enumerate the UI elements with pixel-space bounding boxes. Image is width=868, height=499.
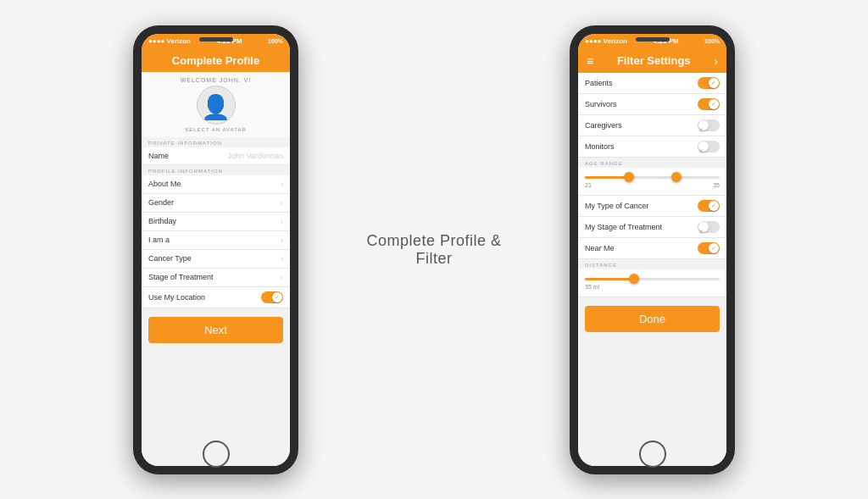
about-me-row[interactable]: About Me › — [142, 175, 290, 194]
battery-2: 100% — [704, 38, 720, 44]
stage-label: Stage of Treatment — [148, 273, 214, 281]
status-bar-1: ●●●● Verizon 4:21 PM 100% — [142, 34, 290, 49]
near-me-check-icon: ✓ — [711, 245, 716, 252]
battery-area-2: 100% — [704, 38, 720, 44]
monitors-label: Monitors — [585, 142, 615, 151]
name-label: Name — [148, 152, 169, 160]
age-slider-track[interactable] — [585, 176, 720, 179]
home-button[interactable] — [203, 441, 230, 468]
caregivers-label: Caregivers — [585, 121, 622, 130]
name-value: John Vardennan — [228, 152, 283, 160]
header-title-2: Filter Settings — [617, 54, 691, 67]
survivors-row: Survivors ✓ — [578, 94, 726, 115]
cancer-type-chevron: › — [281, 254, 283, 263]
stage-toggle[interactable]: ✕ — [698, 221, 720, 233]
caregivers-knob: ✕ — [698, 120, 709, 130]
cancer-type-filter-label: My Type of Cancer — [585, 202, 648, 210]
private-info-label: PRIVATE INFORMATION — [142, 137, 290, 147]
about-me-chevron: › — [281, 180, 283, 189]
screen-1: ●●●● Verizon 4:21 PM 100% Complete Profi… — [142, 34, 290, 466]
distance-slider-thumb[interactable] — [629, 274, 639, 284]
select-avatar-label[interactable]: SELECT AN AVATAR — [185, 127, 246, 132]
carrier-2: ●●●● Verizon — [585, 37, 627, 45]
i-am-a-row[interactable]: I am a › — [142, 231, 290, 250]
toggle-knob-location: ✓ — [272, 292, 282, 302]
distance-slider-section: 35 mi — [578, 269, 726, 297]
caregivers-toggle[interactable]: ✕ — [698, 119, 720, 131]
carrier-1: ●●●● Verizon — [148, 37, 191, 45]
scene: ●●●● Verizon 4:21 PM 100% Complete Profi… — [0, 0, 868, 499]
survivors-check-icon: ✓ — [711, 101, 716, 108]
content-1: WELCOME JOHN. V! 👤 SELECT AN AVATAR PRIV… — [142, 72, 290, 466]
toggle-check-icon: ✓ — [275, 294, 280, 301]
phone-filter-settings: ●●●● Verizon 4:21 PM 100% ≡ Filter Setti… — [570, 25, 735, 474]
avatar[interactable]: 👤 — [197, 86, 236, 125]
survivors-knob: ✓ — [709, 99, 719, 109]
distance-slider-labels: 35 mi — [585, 284, 720, 290]
age-slider-labels: 21 35 — [585, 182, 720, 188]
location-label: Use My Location — [148, 293, 205, 302]
age-range-label: AGE RANGE — [578, 158, 726, 168]
distance-value-label: 35 mi — [585, 284, 599, 290]
next-icon[interactable]: › — [714, 54, 718, 68]
patients-knob: ✓ — [709, 78, 719, 88]
birthday-row[interactable]: Birthday › — [142, 213, 290, 231]
cancer-type-check-icon: ✓ — [711, 202, 716, 209]
speaker — [201, 38, 231, 42]
cancer-type-toggle[interactable]: ✓ — [698, 200, 720, 212]
avatar-person-icon: 👤 — [201, 96, 231, 119]
distance-label: DISTANCE — [578, 259, 726, 269]
survivors-toggle[interactable]: ✓ — [698, 98, 720, 110]
birthday-label: Birthday — [148, 217, 176, 225]
stage-chevron: › — [281, 273, 283, 282]
home-button-2[interactable] — [639, 441, 666, 468]
gender-chevron: › — [281, 198, 283, 208]
monitors-knob: ✕ — [698, 141, 709, 152]
cancer-type-filter-row: My Type of Cancer ✓ — [578, 196, 726, 217]
header-1: Complete Profile — [142, 49, 290, 72]
done-button[interactable]: Done — [585, 306, 720, 332]
profile-info-label: PROFILE INFORMATION — [142, 165, 290, 175]
survivors-label: Survivors — [585, 100, 617, 108]
age-min-label: 21 — [585, 182, 592, 188]
patients-label: Patients — [585, 79, 613, 87]
cancer-type-row[interactable]: Cancer Type › — [142, 250, 290, 269]
caregivers-row: Caregivers ✕ — [578, 115, 726, 136]
screen-2: ●●●● Verizon 4:21 PM 100% ≡ Filter Setti… — [578, 34, 726, 466]
battery-1: 100% — [268, 38, 283, 44]
gender-row[interactable]: Gender › — [142, 194, 290, 213]
monitors-toggle[interactable]: ✕ — [698, 141, 720, 152]
i-am-a-chevron: › — [281, 236, 283, 245]
age-slider-section: 21 35 — [578, 168, 726, 196]
menu-icon[interactable]: ≡ — [587, 54, 593, 68]
monitors-x-icon: ✕ — [698, 148, 704, 154]
battery-area-1: 100% — [268, 38, 283, 44]
near-me-knob: ✓ — [709, 243, 719, 253]
near-me-row: Near Me ✓ — [578, 238, 726, 259]
near-me-toggle[interactable]: ✓ — [698, 242, 720, 254]
patients-toggle[interactable]: ✓ — [698, 77, 720, 89]
location-toggle[interactable]: ✓ — [261, 291, 283, 303]
gender-label: Gender — [148, 198, 174, 207]
about-me-label: About Me — [148, 180, 181, 188]
avatar-section: 👤 SELECT AN AVATAR — [142, 86, 290, 137]
stage-x-icon: ✕ — [698, 229, 704, 235]
status-bar-2: ●●●● Verizon 4:21 PM 100% — [578, 34, 726, 49]
header-2: ≡ Filter Settings › — [578, 49, 726, 73]
patients-row: Patients ✓ — [578, 73, 726, 94]
stage-row[interactable]: Stage of Treatment › — [142, 269, 290, 287]
next-button[interactable]: Next — [148, 317, 283, 343]
stage-knob: ✕ — [698, 222, 709, 232]
i-am-a-label: I am a — [148, 236, 170, 244]
patients-check-icon: ✓ — [711, 80, 716, 86]
speaker-2 — [637, 38, 667, 42]
age-slider-thumb-left[interactable] — [624, 172, 634, 182]
distance-slider-track[interactable] — [585, 278, 720, 280]
birthday-chevron: › — [281, 217, 283, 226]
header-title-1: Complete Profile — [172, 54, 259, 67]
age-slider-thumb-right[interactable] — [671, 172, 682, 182]
distance-slider-fill — [585, 278, 632, 280]
near-me-label: Near Me — [585, 244, 615, 252]
stage-filter-label: My Stage of Treatment — [585, 223, 662, 231]
stage-filter-row: My Stage of Treatment ✕ — [578, 217, 726, 238]
